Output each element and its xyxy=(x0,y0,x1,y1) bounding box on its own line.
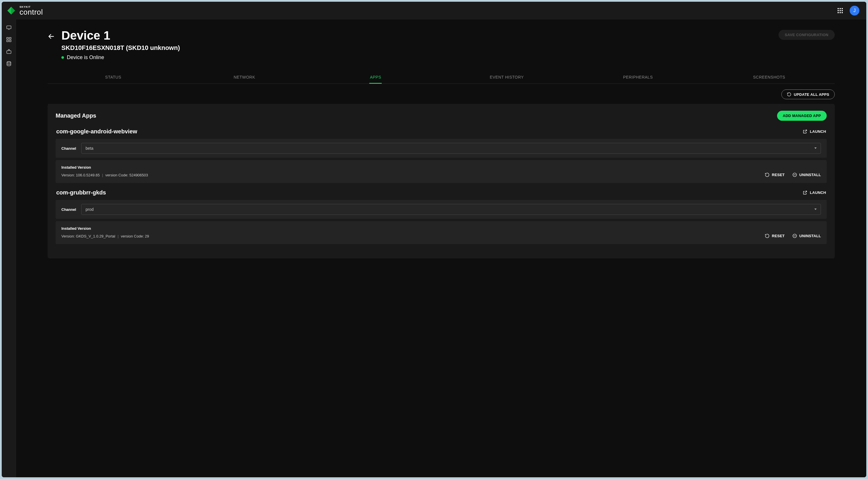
channel-row: Channel beta xyxy=(56,139,827,158)
channel-select[interactable]: prod xyxy=(81,204,821,215)
reset-icon xyxy=(765,233,770,238)
sidebar-item-briefcase[interactable] xyxy=(6,49,12,55)
chevron-down-icon xyxy=(814,146,817,151)
launch-label: LAUNCH xyxy=(810,190,826,195)
app-window: SKYKIT control J xyxy=(2,2,866,477)
channel-label: Channel xyxy=(61,146,76,151)
tab-status[interactable]: STATUS xyxy=(48,71,179,84)
installed-version-label: Installed Version xyxy=(61,165,148,169)
svg-point-9 xyxy=(7,62,10,63)
add-managed-app-button[interactable]: ADD MANAGED APP xyxy=(777,111,827,121)
svg-rect-7 xyxy=(9,40,11,42)
update-all-apps-button[interactable]: UPDATE ALL APPS xyxy=(781,90,835,99)
channel-select[interactable]: beta xyxy=(81,143,821,154)
launch-button[interactable]: LAUNCH xyxy=(803,190,826,195)
brand: SKYKIT control xyxy=(7,6,43,16)
svg-marker-16 xyxy=(814,209,817,210)
sidebar-item-display[interactable] xyxy=(6,25,12,30)
reset-icon xyxy=(765,172,770,177)
svg-marker-12 xyxy=(814,148,817,149)
version-info: Installed Version Version: 106.0.5249.65… xyxy=(61,165,148,177)
tab-network[interactable]: NETWORK xyxy=(179,71,310,84)
refresh-icon xyxy=(787,92,792,97)
panel-title: Managed Apps xyxy=(56,113,96,119)
uninstall-icon xyxy=(792,172,797,177)
topbar-right: J xyxy=(838,6,859,15)
avatar[interactable]: J xyxy=(850,6,859,15)
version-text: Version: 106.0.5249.65|version Code: 524… xyxy=(61,173,148,177)
update-all-label: UPDATE ALL APPS xyxy=(794,92,829,97)
svg-line-15 xyxy=(805,191,807,193)
app-body: Device 1 SKD10F16ESXN018T (SKD10 unknown… xyxy=(2,20,866,477)
app-header: com-grubbrr-gkds LAUNCH xyxy=(56,189,827,200)
app-name: com-google-android-webview xyxy=(56,128,137,135)
tab-event-history[interactable]: EVENT HISTORY xyxy=(441,71,572,84)
sidebar-item-apps[interactable] xyxy=(6,37,12,42)
version-text: Version: GKDS_V_1.0.29_Portal|version Co… xyxy=(61,234,149,238)
app-header: com-google-android-webview LAUNCH xyxy=(56,128,827,139)
svg-rect-5 xyxy=(9,38,11,39)
tab-screenshots[interactable]: SCREENSHOTS xyxy=(704,71,835,84)
channel-value: prod xyxy=(86,207,94,212)
app-card: com-google-android-webview LAUNCH Channe… xyxy=(56,128,827,183)
tab-apps[interactable]: APPS xyxy=(310,71,441,84)
version-row: Installed Version Version: GKDS_V_1.0.29… xyxy=(56,221,827,244)
launch-icon xyxy=(803,190,807,195)
channel-row: Channel prod xyxy=(56,200,827,219)
reset-label: RESET xyxy=(772,234,785,238)
panel-header: Managed Apps ADD MANAGED APP xyxy=(56,111,827,121)
chevron-down-icon xyxy=(814,207,817,212)
uninstall-label: UNINSTALL xyxy=(800,173,821,177)
svg-rect-8 xyxy=(7,51,11,54)
app-name: com-grubbrr-gkds xyxy=(56,189,106,196)
status-dot-icon xyxy=(61,56,64,59)
page-title: Device 1 xyxy=(61,29,772,42)
page-subtitle: SKD10F16ESXN018T (SKD10 unknown) xyxy=(61,44,772,52)
brand-logo-icon xyxy=(7,6,16,15)
brand-name: control xyxy=(20,8,43,16)
reset-label: RESET xyxy=(772,173,785,177)
status-line: Device is Online xyxy=(61,55,772,61)
installed-version-label: Installed Version xyxy=(61,226,149,231)
svg-rect-6 xyxy=(7,40,8,42)
uninstall-button[interactable]: UNINSTALL xyxy=(792,233,821,238)
page-header: Device 1 SKD10F16ESXN018T (SKD10 unknown… xyxy=(48,29,835,61)
version-row: Installed Version Version: 106.0.5249.65… xyxy=(56,160,827,183)
managed-apps-panel: Managed Apps ADD MANAGED APP com-google-… xyxy=(48,104,835,258)
brand-text: SKYKIT control xyxy=(20,6,43,16)
title-block: Device 1 SKD10F16ESXN018T (SKD10 unknown… xyxy=(61,29,772,61)
apps-grid-icon[interactable] xyxy=(838,8,843,13)
row-actions: RESET UNINSTALL xyxy=(765,233,821,238)
topbar: SKYKIT control J xyxy=(2,2,866,20)
back-arrow-icon[interactable] xyxy=(48,33,55,41)
version-info: Installed Version Version: GKDS_V_1.0.29… xyxy=(61,226,149,238)
actions-row: UPDATE ALL APPS xyxy=(48,90,835,99)
uninstall-label: UNINSTALL xyxy=(800,234,821,238)
reset-button[interactable]: RESET xyxy=(765,172,785,177)
sidebar-item-database[interactable] xyxy=(6,61,12,67)
main-content: Device 1 SKD10F16ESXN018T (SKD10 unknown… xyxy=(16,20,866,477)
reset-button[interactable]: RESET xyxy=(765,233,785,238)
launch-icon xyxy=(803,129,807,134)
row-actions: RESET UNINSTALL xyxy=(765,172,821,177)
launch-label: LAUNCH xyxy=(810,129,826,134)
svg-rect-2 xyxy=(7,26,11,29)
status-text: Device is Online xyxy=(67,55,104,61)
uninstall-button[interactable]: UNINSTALL xyxy=(792,172,821,177)
save-configuration-button[interactable]: SAVE CONFIGURATION xyxy=(778,30,835,40)
launch-button[interactable]: LAUNCH xyxy=(803,129,826,134)
tab-peripherals[interactable]: PERIPHERALS xyxy=(572,71,703,84)
sidebar xyxy=(2,20,16,477)
svg-rect-4 xyxy=(7,38,8,39)
channel-value: beta xyxy=(86,146,93,151)
app-card: com-grubbrr-gkds LAUNCH Channel prod Ins… xyxy=(56,189,827,244)
channel-label: Channel xyxy=(61,207,76,212)
svg-marker-1 xyxy=(11,7,15,14)
svg-line-11 xyxy=(805,130,807,132)
tabs: STATUSNETWORKAPPSEVENT HISTORYPERIPHERAL… xyxy=(48,71,835,84)
uninstall-icon xyxy=(792,233,797,238)
